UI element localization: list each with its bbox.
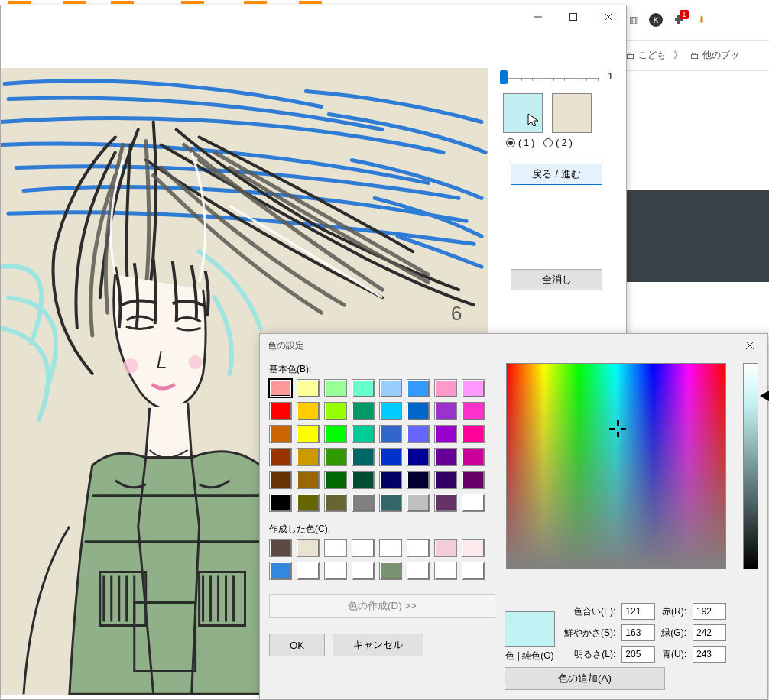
bookmark-kodomo[interactable]: 🗀 こども <box>626 49 666 62</box>
basic-swatch[interactable] <box>407 402 430 420</box>
basic-swatch[interactable] <box>462 471 485 489</box>
green-input[interactable] <box>693 624 726 641</box>
basic-swatch[interactable] <box>324 402 347 420</box>
basic-swatch[interactable] <box>407 471 430 489</box>
custom-swatch[interactable] <box>407 539 430 557</box>
basic-swatch[interactable] <box>379 494 402 512</box>
undo-redo-button[interactable]: 戻る / 進む <box>511 164 602 185</box>
basic-swatch[interactable] <box>352 448 375 466</box>
basic-swatch[interactable] <box>379 471 402 489</box>
custom-swatch[interactable] <box>352 562 375 580</box>
basic-swatch[interactable] <box>407 494 430 512</box>
red-input[interactable] <box>693 603 726 620</box>
puzzle-icon[interactable]: 1 <box>672 13 686 27</box>
color-spectrum[interactable] <box>506 363 726 569</box>
minimize-button[interactable] <box>521 5 556 28</box>
basic-swatch[interactable] <box>379 379 402 397</box>
hue-input[interactable] <box>621 603 655 620</box>
custom-swatch[interactable] <box>352 539 375 557</box>
basic-swatch[interactable] <box>379 448 402 466</box>
basic-swatch[interactable] <box>434 494 457 512</box>
basic-swatch[interactable] <box>324 448 347 466</box>
basic-swatch[interactable] <box>297 379 320 397</box>
basic-swatch[interactable] <box>297 448 320 466</box>
panel-icon[interactable]: ▥ <box>626 13 640 27</box>
dialog-close-button[interactable] <box>734 335 766 356</box>
basic-swatch[interactable] <box>324 425 347 443</box>
swatch-1[interactable] <box>503 93 543 133</box>
brush-size-slider[interactable] <box>500 69 598 84</box>
maximize-button[interactable] <box>556 5 591 28</box>
clear-all-button[interactable]: 全消し <box>511 269 602 290</box>
bookmark-other[interactable]: 🗀 他のブッ <box>690 49 739 62</box>
custom-swatch[interactable] <box>324 562 347 580</box>
basic-swatch[interactable] <box>434 425 457 443</box>
basic-swatch[interactable] <box>297 425 320 443</box>
radio-icon <box>506 138 515 147</box>
custom-swatch[interactable] <box>462 539 485 557</box>
luminosity-slider[interactable] <box>743 363 758 569</box>
basic-swatch[interactable] <box>352 494 375 512</box>
custom-swatch[interactable] <box>434 539 457 557</box>
basic-swatch[interactable] <box>352 379 375 397</box>
custom-colors-grid <box>269 539 495 580</box>
basic-swatch[interactable] <box>297 494 320 512</box>
dialog-bottom: 色 | 純色(O) 色合い(E): 赤(R): 鮮やかさ(S): 緑(G): 明… <box>505 603 758 690</box>
basic-swatch[interactable] <box>462 448 485 466</box>
cancel-button[interactable]: キャンセル <box>333 634 423 656</box>
basic-swatch[interactable] <box>462 379 485 397</box>
basic-swatch[interactable] <box>324 494 347 512</box>
basic-swatch[interactable] <box>434 471 457 489</box>
custom-swatch[interactable] <box>297 562 320 580</box>
radio-2[interactable]: ( 2 ) <box>543 138 572 148</box>
basic-swatch[interactable] <box>462 402 485 420</box>
letter-k-icon[interactable]: K <box>649 13 663 27</box>
custom-swatch[interactable] <box>462 562 485 580</box>
custom-swatch[interactable] <box>434 562 457 580</box>
basic-swatch[interactable] <box>407 448 430 466</box>
more-icon[interactable]: 》 <box>673 49 683 62</box>
custom-swatch[interactable] <box>269 562 292 580</box>
basic-swatch[interactable] <box>324 471 347 489</box>
basic-swatch[interactable] <box>407 425 430 443</box>
download-arrow-icon[interactable]: ⬇ <box>695 13 709 27</box>
custom-swatch[interactable] <box>379 562 402 580</box>
basic-swatch[interactable] <box>379 402 402 420</box>
blue-input[interactable] <box>693 646 726 663</box>
swatch-2[interactable] <box>552 93 592 133</box>
sat-input[interactable] <box>621 624 655 641</box>
sat-label: 鮮やかさ(S): <box>564 627 615 640</box>
basic-swatch[interactable] <box>297 402 320 420</box>
basic-swatch[interactable] <box>434 379 457 397</box>
custom-swatch[interactable] <box>324 539 347 557</box>
custom-swatch[interactable] <box>407 562 430 580</box>
basic-swatch[interactable] <box>269 425 292 443</box>
custom-swatch[interactable] <box>379 539 402 557</box>
basic-swatch[interactable] <box>407 379 430 397</box>
basic-swatch[interactable] <box>269 448 292 466</box>
browser-content-dark <box>618 190 769 282</box>
basic-swatch[interactable] <box>462 425 485 443</box>
ok-button[interactable]: OK <box>269 634 325 656</box>
crosshair-icon <box>612 423 625 436</box>
custom-swatch[interactable] <box>297 539 320 557</box>
basic-swatch[interactable] <box>297 471 320 489</box>
basic-swatch[interactable] <box>434 448 457 466</box>
basic-swatch[interactable] <box>352 471 375 489</box>
basic-swatch[interactable] <box>269 379 292 397</box>
basic-swatch[interactable] <box>352 425 375 443</box>
basic-swatch[interactable] <box>269 471 292 489</box>
basic-swatch[interactable] <box>324 379 347 397</box>
close-button[interactable] <box>591 5 626 28</box>
basic-swatch[interactable] <box>462 494 485 512</box>
add-color-button[interactable]: 色の追加(A) <box>505 667 665 690</box>
lum-input[interactable] <box>621 646 655 663</box>
radio-1[interactable]: ( 1 ) <box>506 138 534 148</box>
custom-swatch[interactable] <box>269 539 292 557</box>
basic-swatch[interactable] <box>352 402 375 420</box>
basic-swatch[interactable] <box>269 402 292 420</box>
basic-colors-grid <box>269 379 495 512</box>
basic-swatch[interactable] <box>434 402 457 420</box>
basic-swatch[interactable] <box>379 425 402 443</box>
basic-swatch[interactable] <box>269 494 292 512</box>
